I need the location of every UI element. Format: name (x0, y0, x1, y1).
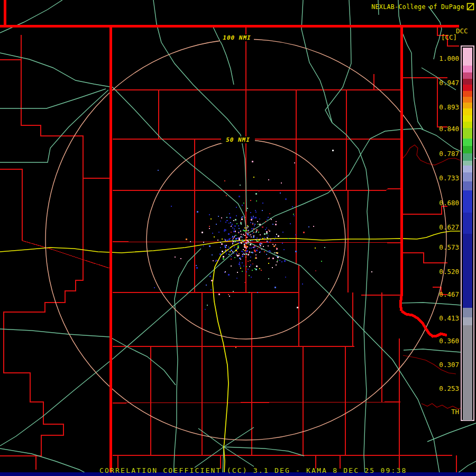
radar-echo (245, 217, 246, 218)
radar-echo (223, 256, 224, 258)
radar-echo (231, 232, 232, 233)
colorbar-tick-label: 0.253 (427, 385, 459, 392)
radar-echo (282, 243, 283, 244)
radar-echo (249, 235, 250, 236)
radar-echo (272, 224, 273, 225)
radar-echo (264, 233, 266, 235)
radar-echo (224, 239, 225, 240)
radar-echo (252, 247, 253, 248)
radar-echo (221, 243, 223, 245)
radar-echo (239, 237, 240, 239)
radar-echo (261, 249, 262, 250)
colorbar-segment (463, 48, 472, 66)
colorbar-segment (463, 128, 472, 139)
radar-echo (259, 246, 260, 248)
colorbar-segment (463, 91, 472, 97)
radar-echo (158, 170, 159, 171)
radar-echo (226, 195, 227, 196)
radar-echo (231, 225, 232, 226)
radar-echo (234, 240, 235, 241)
radar-echo (268, 179, 269, 180)
radar-echo (262, 203, 263, 204)
radar-echo (255, 232, 257, 233)
colorbar-segment (463, 103, 472, 108)
radar-echo (196, 265, 197, 266)
radar-echo (251, 216, 252, 217)
colorbar-segment (463, 72, 472, 79)
radar-echo (295, 234, 296, 235)
radar-echo (233, 238, 234, 239)
radar-echo (268, 245, 269, 246)
radar-echo (253, 228, 254, 230)
colorbar-segment (463, 213, 472, 234)
radar-echo (276, 248, 277, 249)
radar-echo (222, 239, 223, 240)
radar-echo (265, 229, 266, 230)
radar-echo (203, 242, 204, 243)
radar-echo (242, 205, 243, 206)
radar-echo (277, 253, 278, 254)
radar-echo (253, 177, 254, 178)
radar-echo (275, 224, 277, 225)
radar-echo (259, 224, 261, 225)
radar-echo (250, 260, 251, 261)
radar-echo (233, 237, 234, 238)
radar-echo (220, 247, 221, 248)
radar-echo (232, 251, 233, 252)
radar-echo (232, 236, 233, 237)
colorbar-segment (463, 190, 472, 213)
radar-map-canvas[interactable] (0, 0, 476, 476)
radar-echo (225, 249, 226, 250)
radar-echo (209, 226, 210, 227)
radar-echo (248, 230, 249, 231)
radar-echo (252, 161, 253, 162)
radar-echo (229, 296, 230, 297)
radar-echo (251, 252, 252, 253)
radar-echo (251, 248, 252, 249)
radar-echo (259, 268, 260, 269)
radar-echo (248, 243, 249, 244)
radar-echo (180, 258, 181, 259)
radar-echo (239, 253, 240, 254)
radar-echo (248, 241, 249, 242)
radar-echo (228, 254, 230, 255)
radar-echo (283, 249, 285, 250)
radar-echo (246, 271, 247, 272)
radar-echo (308, 226, 309, 227)
radar-echo (236, 253, 237, 254)
radar-echo (232, 240, 233, 241)
radar-echo (212, 254, 213, 255)
radar-echo (240, 185, 241, 186)
radar-echo (246, 237, 248, 238)
radar-echo (228, 248, 230, 249)
radar-echo (243, 266, 244, 267)
radar-echo (281, 182, 282, 184)
radar-echo (235, 219, 236, 221)
radar-echo (226, 217, 227, 218)
radar-echo (249, 292, 250, 293)
radar-echo (255, 212, 257, 213)
radar-echo (175, 257, 176, 258)
radar-echo (206, 285, 207, 286)
radar-echo (276, 234, 277, 235)
radar-echo (270, 239, 271, 240)
radar-echo (293, 214, 294, 215)
colorbar-segment (463, 79, 472, 85)
colorbar-tick-label: 0.893 (427, 104, 459, 111)
radar-echo (292, 206, 293, 207)
highway-green (0, 0, 62, 33)
radar-echo (245, 251, 246, 252)
colorbar-segment (463, 139, 472, 146)
colorbar-tick-label: 0.627 (427, 224, 459, 231)
radar-echo (239, 196, 240, 197)
radar-echo (236, 223, 237, 224)
radar-echo (295, 251, 297, 252)
radar-echo (257, 237, 258, 239)
radar-echo (224, 245, 226, 246)
radar-echo (231, 256, 232, 257)
colorbar-tick-label: 0.467 (427, 291, 459, 298)
radar-echo (255, 257, 257, 258)
radar-echo (255, 269, 257, 270)
radar-echo (228, 233, 230, 235)
radar-echo (252, 223, 253, 224)
